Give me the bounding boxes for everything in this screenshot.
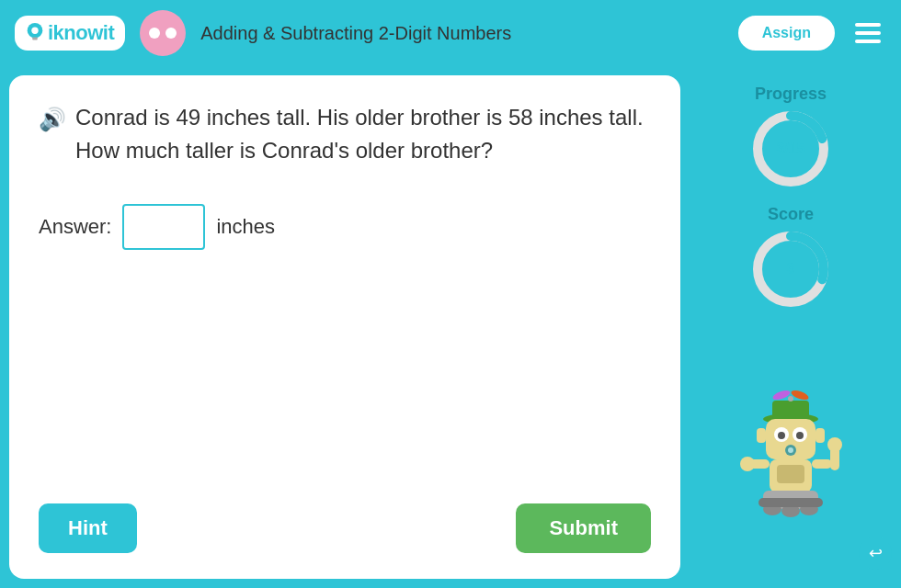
question-text-block: 🔊 Conrad is 49 inches tall. His older br… — [39, 101, 651, 167]
robot-svg — [731, 384, 850, 522]
logo-bulb-icon — [26, 22, 44, 44]
bottom-row: Hint Submit — [39, 503, 651, 553]
svg-point-16 — [796, 432, 804, 439]
question-text: Conrad is 49 inches tall. His older brot… — [75, 101, 651, 167]
menu-button[interactable] — [850, 17, 886, 49]
svg-rect-8 — [772, 401, 809, 421]
svg-rect-20 — [815, 428, 825, 443]
score-donut: 3 — [749, 228, 832, 311]
svg-point-27 — [827, 437, 842, 452]
sound-icon[interactable]: 🔊 — [39, 103, 66, 136]
progress-value: 3/15 — [776, 141, 804, 157]
logo-text: iknowit — [48, 21, 114, 45]
svg-point-25 — [740, 457, 755, 471]
hint-button[interactable]: Hint — [39, 503, 137, 553]
menu-line-3 — [855, 40, 881, 43]
svg-point-18 — [788, 447, 793, 453]
avatar-dots — [149, 28, 177, 39]
svg-rect-19 — [757, 428, 766, 443]
submit-button[interactable]: Submit — [516, 503, 651, 553]
svg-rect-1 — [32, 38, 38, 40]
header: iknowit Adding & Subtracting 2-Digit Num… — [0, 0, 901, 66]
svg-rect-24 — [812, 459, 832, 469]
progress-label: Progress — [755, 85, 827, 104]
svg-point-2 — [31, 28, 38, 34]
answer-label: Answer: — [39, 215, 111, 239]
back-icon: ↩ — [869, 543, 883, 563]
score-label: Score — [768, 205, 814, 224]
svg-rect-22 — [777, 465, 804, 483]
answer-row: Answer: inches — [39, 204, 651, 250]
answer-unit: inches — [216, 215, 275, 239]
answer-input[interactable] — [122, 204, 205, 250]
avatar — [140, 10, 186, 56]
lesson-title: Adding & Subtracting 2-Digit Numbers — [200, 23, 723, 44]
avatar-dot-1 — [149, 28, 160, 39]
svg-point-9 — [788, 396, 793, 401]
score-section: Score 3 — [690, 205, 892, 311]
avatar-dot-2 — [165, 28, 177, 39]
progress-donut: 3/15 — [749, 107, 832, 190]
question-panel: 🔊 Conrad is 49 inches tall. His older br… — [9, 75, 680, 579]
main-content: 🔊 Conrad is 49 inches tall. His older br… — [0, 66, 901, 588]
back-button[interactable]: ↩ — [859, 537, 892, 570]
robot-mascot — [731, 325, 850, 522]
menu-line-1 — [855, 23, 881, 27]
assign-button[interactable]: Assign — [738, 16, 835, 51]
menu-line-2 — [855, 31, 881, 35]
side-panel: Progress 3/15 Score 3 — [690, 75, 892, 579]
svg-point-15 — [778, 432, 785, 439]
progress-section: Progress 3/15 — [690, 85, 892, 190]
logo: iknowit — [15, 16, 125, 51]
svg-rect-32 — [758, 498, 823, 507]
score-value: 3 — [787, 261, 795, 277]
